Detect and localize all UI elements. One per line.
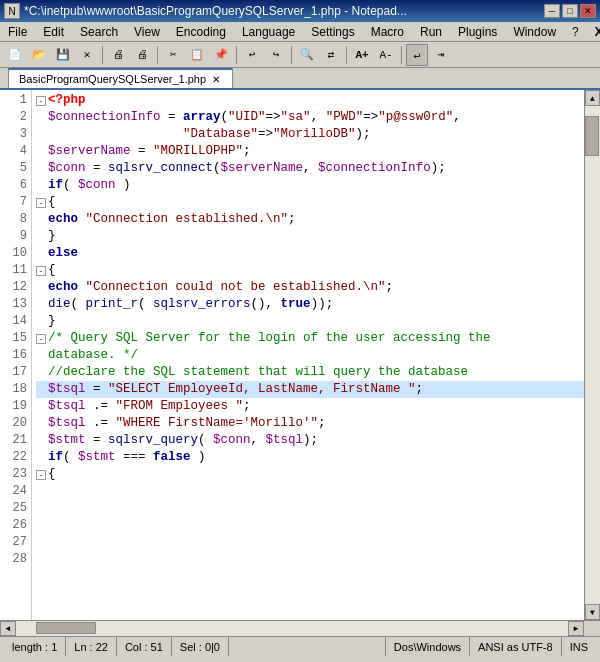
print-button[interactable]: 🖨 [107,44,129,66]
print-preview-button[interactable]: 🖨 [131,44,153,66]
window-controls: ─ □ ✕ [544,4,596,18]
line-number: 5 [4,160,27,177]
line-number: 10 [4,245,27,262]
minimize-button[interactable]: ─ [544,4,560,18]
menu-help[interactable]: ? [564,22,587,41]
code-text: echo "Connection established.\n"; [48,211,296,228]
code-line: database. */ [36,347,584,364]
replace-button[interactable]: ⇄ [320,44,342,66]
code-text: $serverName = "MORILLOPHP"; [48,143,251,160]
code-line: $tsql .= "FROM Employees "; [36,398,584,415]
tab-bar: BasicProgramQuerySQLServer_1.php ✕ [0,68,600,90]
scroll-right-button[interactable]: ► [568,621,584,636]
code-text: $stmt = sqlsrv_query( $conn, $tsql); [48,432,318,449]
zoom-out-button[interactable]: A- [375,44,397,66]
code-line: -{ [36,466,584,483]
status-sel: Sel : 0|0 [172,637,229,656]
indent-button[interactable]: ⇥ [430,44,452,66]
scroll-track-h[interactable] [16,621,568,636]
scroll-thumb-h[interactable] [36,622,96,634]
tab-close-button[interactable]: ✕ [210,73,222,85]
line-number: 6 [4,177,27,194]
window-title: *C:\inetpub\wwwroot\BasicProgramQuerySQL… [20,4,544,18]
menu-view[interactable]: View [126,22,168,41]
cut-button[interactable]: ✂ [162,44,184,66]
fold-marker[interactable]: - [36,198,46,208]
find-button[interactable]: 🔍 [296,44,318,66]
copy-button[interactable]: 📋 [186,44,208,66]
save-button[interactable]: 💾 [52,44,74,66]
scroll-track-v[interactable] [585,106,600,604]
fold-marker[interactable]: - [36,470,46,480]
status-encoding: ANSI as UTF-8 [470,637,562,656]
menu-encoding[interactable]: Encoding [168,22,234,41]
code-text: if( $conn ) [48,177,131,194]
menu-window[interactable]: Window [505,22,564,41]
close-doc-button[interactable]: ✕ [76,44,98,66]
wrap-button[interactable]: ↵ [406,44,428,66]
menu-plugins[interactable]: Plugins [450,22,505,41]
menu-file[interactable]: File [0,22,35,41]
maximize-button[interactable]: □ [562,4,578,18]
fold-marker[interactable]: - [36,266,46,276]
line-number: 21 [4,432,27,449]
scrollbar-corner [584,621,600,636]
line-number: 20 [4,415,27,432]
line-number: 11 [4,262,27,279]
line-number: 17 [4,364,27,381]
editor-tab[interactable]: BasicProgramQuerySQLServer_1.php ✕ [8,68,233,88]
line-number: 15 [4,330,27,347]
line-number: 12 [4,279,27,296]
status-position: length : 1 [4,637,66,656]
line-number: 26 [4,517,27,534]
code-text: $tsql = "SELECT EmployeeId, LastName, Fi… [48,381,423,398]
code-line: $tsql .= "WHERE FirstName='Morillo'"; [36,415,584,432]
code-text: $connectionInfo = array("UID"=>"sa", "PW… [48,109,461,126]
code-line: if( $stmt === false ) [36,449,584,466]
open-button[interactable]: 📂 [28,44,50,66]
code-text: die( print_r( sqlsrv_errors(), true)); [48,296,333,313]
line-number: 14 [4,313,27,330]
scroll-left-button[interactable]: ◄ [0,621,16,636]
menu-language[interactable]: Language [234,22,303,41]
menu-edit[interactable]: Edit [35,22,72,41]
toolbar: 📄 📂 💾 ✕ 🖨 🖨 ✂ 📋 📌 ↩ ↪ 🔍 ⇄ A+ A- ↵ ⇥ [0,42,600,68]
undo-button[interactable]: ↩ [241,44,263,66]
code-line: $tsql = "SELECT EmployeeId, LastName, Fi… [36,381,584,398]
menu-settings[interactable]: Settings [303,22,362,41]
scroll-down-button[interactable]: ▼ [585,604,600,620]
line-number: 28 [4,551,27,568]
status-spacer [229,637,386,656]
code-line: echo "Connection could not be establishe… [36,279,584,296]
menu-close[interactable]: X [587,22,600,41]
code-text: { [48,194,56,211]
horizontal-scrollbar: ◄ ► [0,620,600,636]
scroll-up-button[interactable]: ▲ [585,90,600,106]
vertical-scrollbar[interactable]: ▲ ▼ [584,90,600,620]
scroll-thumb-v[interactable] [585,116,599,156]
separator-4 [291,46,292,64]
new-button[interactable]: 📄 [4,44,26,66]
code-line: //declare the SQL statement that will qu… [36,364,584,381]
code-line: "Database"=>"MorilloDB"); [36,126,584,143]
close-button[interactable]: ✕ [580,4,596,18]
separator-6 [401,46,402,64]
zoom-in-button[interactable]: A+ [351,44,373,66]
line-number: 9 [4,228,27,245]
code-text: $conn = sqlsrv_connect($serverName, $con… [48,160,446,177]
menu-run[interactable]: Run [412,22,450,41]
line-number: 27 [4,534,27,551]
menu-macro[interactable]: Macro [363,22,412,41]
line-number: 19 [4,398,27,415]
code-text: { [48,466,56,483]
code-line: echo "Connection established.\n"; [36,211,584,228]
line-number: 23 [4,466,27,483]
line-number: 3 [4,126,27,143]
menu-search[interactable]: Search [72,22,126,41]
code-editor[interactable]: -<?php $connectionInfo = array("UID"=>"s… [32,90,584,620]
fold-marker[interactable]: - [36,334,46,344]
redo-button[interactable]: ↪ [265,44,287,66]
paste-button[interactable]: 📌 [210,44,232,66]
fold-marker[interactable]: - [36,96,46,106]
code-text: //declare the SQL statement that will qu… [48,364,468,381]
